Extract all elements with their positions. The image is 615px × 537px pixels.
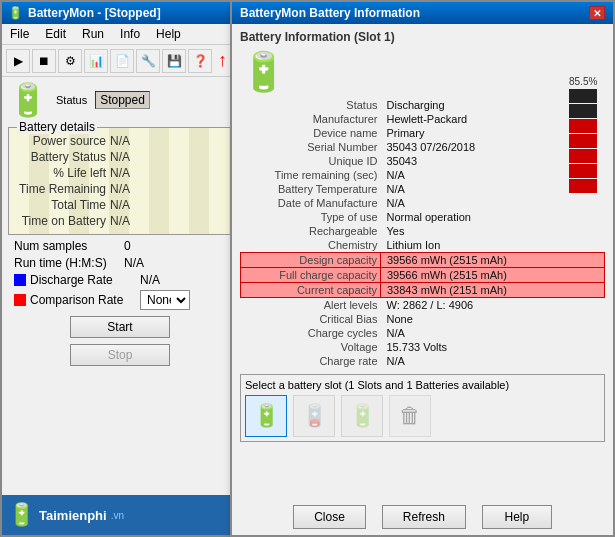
time-remaining-label: Time Remaining xyxy=(15,182,110,196)
comparison-rate-row: Comparison Rate None xyxy=(14,290,226,310)
toolbar-report-btn[interactable]: 📄 xyxy=(110,49,134,73)
info-label-3: Serial Number xyxy=(241,140,381,154)
info-row-13: Current capacity33843 mWh (2151 mAh) xyxy=(241,283,605,298)
info-table: StatusDischargingManufacturerHewlett-Pac… xyxy=(240,98,605,368)
run-time-value: N/A xyxy=(124,256,226,270)
info-label-0: Status xyxy=(241,98,381,112)
time-remaining-value: N/A xyxy=(110,182,130,196)
run-time-label: Run time (H:M:S) xyxy=(14,256,124,270)
toolbar-config-btn[interactable]: 🔧 xyxy=(136,49,160,73)
info-value-15: None xyxy=(381,312,605,326)
info-row-1: ManufacturerHewlett-Packard xyxy=(241,112,605,126)
toolbar: ▶ ⏹ ⚙ 📊 📄 🔧 💾 ❓ ↑ xyxy=(2,45,238,77)
battery-status-label: Battery Status xyxy=(15,150,110,164)
toolbar-stop-btn[interactable]: ⏹ xyxy=(32,49,56,73)
info-row-4: Unique ID35043 xyxy=(241,154,605,168)
info-row-5: Time remaining (sec)N/A xyxy=(241,168,605,182)
num-samples-value: 0 xyxy=(124,239,226,253)
dialog-info-area: 🔋 StatusDischargingManufacturerHewlett-P… xyxy=(240,48,605,368)
info-row-6: Battery TemperatureN/A xyxy=(241,182,605,196)
batt-seg-7 xyxy=(569,89,597,103)
info-row-10: ChemistryLithium Ion xyxy=(241,238,605,253)
comparison-color-indicator xyxy=(14,294,26,306)
info-label-13: Current capacity xyxy=(241,283,381,298)
battery-status-value: N/A xyxy=(110,150,130,164)
taimienphi-banner: 🔋 Taimienphi .vn xyxy=(2,495,238,535)
menu-info[interactable]: Info xyxy=(116,26,144,42)
power-source-label: Power source xyxy=(15,134,110,148)
battery-details-label: Battery details xyxy=(17,120,97,134)
power-source-row: Power source N/A xyxy=(15,134,225,148)
power-source-value: N/A xyxy=(110,134,130,148)
info-row-16: Charge cyclesN/A xyxy=(241,326,605,340)
info-value-16: N/A xyxy=(381,326,605,340)
app-title: BatteryMon - [Stopped] xyxy=(28,6,161,20)
info-label-17: Voltage xyxy=(241,340,381,354)
close-button[interactable]: Close xyxy=(293,505,366,529)
toolbar-export-btn[interactable]: 💾 xyxy=(162,49,186,73)
stats-section: Num samples 0 Run time (H:M:S) N/A Disch… xyxy=(8,239,232,310)
menu-help[interactable]: Help xyxy=(152,26,185,42)
life-left-value: N/A xyxy=(110,166,130,180)
slot-icons: 🔋 🪫 🔋 🗑 xyxy=(245,395,600,437)
info-row-12: Full charge capacity39566 mWh (2515 mAh) xyxy=(241,268,605,283)
info-label-8: Type of use xyxy=(241,210,381,224)
refresh-button[interactable]: Refresh xyxy=(382,505,466,529)
app-title-bar: 🔋 BatteryMon - [Stopped] xyxy=(2,2,238,24)
info-label-1: Manufacturer xyxy=(241,112,381,126)
discharge-rate-label: Discharge Rate xyxy=(30,273,140,287)
life-left-label: % Life left xyxy=(15,166,110,180)
info-value-12: 39566 mWh (2515 mAh) xyxy=(381,268,605,283)
status-value: Stopped xyxy=(95,91,150,109)
toolbar-start-btn[interactable]: ▶ xyxy=(6,49,30,73)
dialog-close-btn[interactable]: ✕ xyxy=(589,6,605,20)
menu-file[interactable]: File xyxy=(6,26,33,42)
menu-edit[interactable]: Edit xyxy=(41,26,70,42)
time-on-battery-label: Time on Battery xyxy=(15,214,110,228)
info-value-7: N/A xyxy=(381,196,605,210)
info-row-8: Type of useNormal operation xyxy=(241,210,605,224)
app-icon: 🔋 xyxy=(8,6,23,20)
batt-seg-2 xyxy=(569,164,597,178)
dialog-title-bar: BatteryMon Battery Information ✕ xyxy=(232,2,613,24)
batt-seg-1 xyxy=(569,179,597,193)
info-value-14: W: 2862 / L: 4906 xyxy=(381,298,605,313)
slot-1-icon[interactable]: 🔋 xyxy=(245,395,287,437)
taimienphi-sub: .vn xyxy=(111,510,124,521)
stop-button[interactable]: Stop xyxy=(70,344,170,366)
batt-seg-3 xyxy=(569,149,597,163)
info-label-2: Device name xyxy=(241,126,381,140)
slot-4-icon[interactable]: 🗑 xyxy=(389,395,431,437)
status-row: 🔋 Status Stopped xyxy=(2,77,238,123)
battery-details-group: Battery details Power source N/A Battery… xyxy=(8,127,232,235)
toolbar-settings-btn[interactable]: ⚙ xyxy=(58,49,82,73)
toolbar-chart-btn[interactable]: 📊 xyxy=(84,49,108,73)
info-label-4: Unique ID xyxy=(241,154,381,168)
info-label-11: Design capacity xyxy=(241,253,381,268)
app-window: 🔋 BatteryMon - [Stopped] File Edit Run I… xyxy=(0,0,240,537)
slot-section: Select a battery slot (1 Slots and 1 Bat… xyxy=(240,374,605,442)
info-value-17: 15.733 Volts xyxy=(381,340,605,354)
dialog-window: BatteryMon Battery Information ✕ Battery… xyxy=(230,0,615,537)
batt-seg-6 xyxy=(569,104,597,118)
info-row-15: Critical BiasNone xyxy=(241,312,605,326)
info-label-10: Chemistry xyxy=(241,238,381,253)
info-row-2: Device namePrimary xyxy=(241,126,605,140)
batt-seg-4 xyxy=(569,134,597,148)
discharge-color-indicator xyxy=(14,274,26,286)
info-label-18: Charge rate xyxy=(241,354,381,368)
total-time-value: N/A xyxy=(110,198,130,212)
info-value-8: Normal operation xyxy=(381,210,605,224)
help-button[interactable]: Help xyxy=(482,505,552,529)
slot-2-icon[interactable]: 🪫 xyxy=(293,395,335,437)
status-label-text: Status xyxy=(56,94,87,106)
start-button[interactable]: Start xyxy=(70,316,170,338)
menu-run[interactable]: Run xyxy=(78,26,108,42)
dialog-section-label: Battery Information (Slot 1) xyxy=(240,30,605,44)
battery-bar-container: 85.5% xyxy=(569,76,597,193)
toolbar-help-btn[interactable]: ❓ xyxy=(188,49,212,73)
comparison-rate-label: Comparison Rate xyxy=(30,293,140,307)
dialog-content: Battery Information (Slot 1) 🔋 StatusDis… xyxy=(232,24,613,448)
slot-3-icon[interactable]: 🔋 xyxy=(341,395,383,437)
comparison-rate-dropdown[interactable]: None xyxy=(140,290,190,310)
